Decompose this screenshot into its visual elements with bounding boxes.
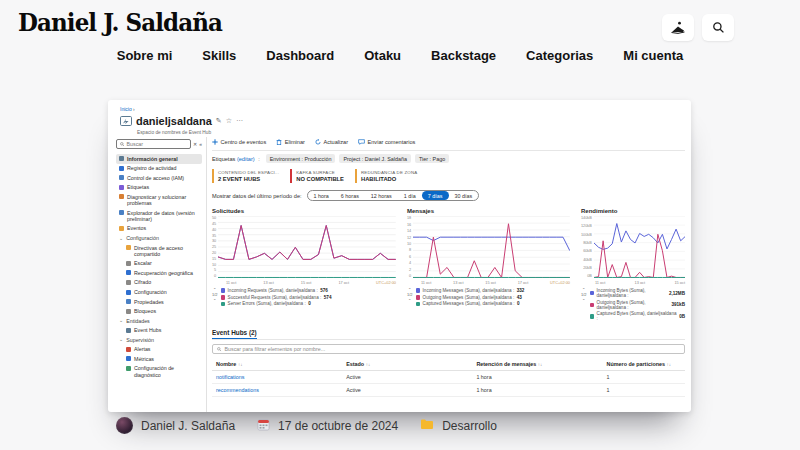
y-tick-label: 60kB (583, 249, 592, 253)
sidebar-item-diagnosticar-y-solucionar-problemas[interactable]: Diagnosticar y solucionar problemas (116, 192, 202, 208)
plot-area[interactable] (413, 216, 570, 278)
sidebar-item-propiedades[interactable]: Propiedades (116, 297, 202, 307)
collapse-icon[interactable]: « (199, 141, 202, 147)
legend-item[interactable]: Server Errors (Suma), danieljsaldana :0 (221, 301, 332, 306)
y-tick-label: 40 (212, 228, 216, 232)
sidebar-item-registro-de-actividad[interactable]: Registro de actividad (116, 164, 202, 174)
column-header-número-de-particiones[interactable]: Número de particiones↑↓ (607, 361, 681, 367)
toolbar-actualizar[interactable]: Actualizar (315, 139, 348, 145)
sidebar-item-explorador-de-datos-versión-preliminar-[interactable]: Explorador de datos (versión preliminar) (116, 208, 202, 224)
sidebar-item-información-general[interactable]: Información general (116, 154, 202, 164)
post-date: 17 de octubre de 2024 (278, 419, 398, 433)
site-logo[interactable]: Daniel J. Saldaña (18, 8, 222, 37)
event-hub-link[interactable]: recommendations (216, 387, 346, 393)
sidebar-item-recuperación-geográfica[interactable]: Recuperación geográfica (116, 268, 202, 278)
period-option-7-días[interactable]: 7 días (422, 191, 449, 200)
tag-pill[interactable]: Project : Daniel J. Saldaña (339, 154, 411, 163)
period-selector: 1 hora6 horas12 horas1 día7 días30 días (307, 190, 480, 201)
menu-item-icon (126, 347, 131, 352)
author-name[interactable]: Daniel J. Saldaña (141, 419, 235, 433)
sidebar-item-control-de-acceso-iam-[interactable]: Control de acceso (IAM) (116, 173, 202, 183)
period-option-30-días[interactable]: 30 días (449, 191, 479, 200)
sidebar-item-configuración-de-diagnóstico[interactable]: Configuración de diagnóstico (116, 364, 202, 380)
period-option-12-horas[interactable]: 12 horas (365, 191, 398, 200)
essentials-boxes: CONTENIDO DEL ESPACI...2 EVENT HUBSKAFKA… (212, 169, 685, 183)
legend-label: Incoming Requests (Suma), danieljsaldana… (228, 288, 318, 293)
period-option-6-horas[interactable]: 6 horas (335, 191, 365, 200)
favorite-star-icon[interactable]: ☆ (226, 117, 232, 125)
x-axis: 11 oct13 oct15 oct (581, 280, 685, 285)
search-icon[interactable] (702, 14, 734, 41)
chevron-down-icon[interactable]: ⌄ (408, 297, 411, 301)
column-header-estado[interactable]: Estado↑↓ (346, 361, 476, 367)
sort-icon[interactable]: ↑↓ (538, 362, 543, 367)
legend-pager[interactable]: ⌃1/2⌄ (407, 288, 413, 306)
table-filter-input[interactable]: Buscar para filtrar elementos por nombre… (212, 344, 685, 354)
sort-icon[interactable]: ↑↓ (666, 362, 671, 367)
toolbar-eliminar[interactable]: Eliminar (276, 139, 305, 145)
more-options-icon[interactable]: ⋯ (236, 117, 243, 125)
tag-pill[interactable]: Environment : Producción (266, 154, 336, 163)
tags-edit-link[interactable]: (editar) (237, 156, 255, 162)
sidebar-search-input[interactable]: Buscar (116, 139, 191, 149)
sidebar-item-cifrado[interactable]: Cifrado (116, 278, 202, 288)
legend-item[interactable]: Incoming Messages (Suma), danieljsaldana… (416, 288, 525, 293)
legend-item[interactable]: Outgoing Bytes (Suma), danieljsaldana :3… (590, 300, 685, 310)
nav-item-categorias[interactable]: Categorias (526, 48, 593, 63)
sidebar-item-alertas[interactable]: Alertas (116, 345, 202, 355)
sidebar-item-etiquetas[interactable]: Etiquetas (116, 183, 202, 193)
nav-item-skills[interactable]: Skills (202, 48, 236, 63)
chevron-down-icon[interactable]: ⌄ (582, 297, 585, 301)
legend-item[interactable]: Incoming Bytes (Suma), danieljsaldana :2… (590, 288, 685, 298)
breadcrumb[interactable]: Inicio › (120, 106, 135, 112)
sidebar-item-supervisión[interactable]: ⌄Supervisión (116, 335, 202, 345)
author-avatar[interactable] (116, 417, 133, 434)
legend-value: 43 (517, 295, 522, 300)
sidebar-item-bloqueos[interactable]: Bloqueos (116, 306, 202, 316)
period-option-1-día[interactable]: 1 día (398, 191, 422, 200)
nav-item-otaku[interactable]: Otaku (364, 48, 401, 63)
sort-icon[interactable]: ↑↓ (366, 362, 371, 367)
period-option-1-hora[interactable]: 1 hora (308, 191, 335, 200)
post-category[interactable]: Desarrollo (442, 419, 497, 433)
tab-event-hubs[interactable]: Event Hubs (2) (212, 329, 257, 339)
column-header-nombre[interactable]: Nombre↑↓ (216, 361, 346, 367)
nav-item-sobre-mi[interactable]: Sobre mi (117, 48, 173, 63)
sidebar-item-métricas[interactable]: Métricas (116, 354, 202, 364)
sidebar-item-directivas-de-acceso-compartido[interactable]: Directivas de acceso compartido (116, 243, 202, 259)
clear-icon[interactable]: ✕ (193, 141, 197, 147)
sidebar-item-entidades[interactable]: ⌄Entidades (116, 316, 202, 326)
legend-item[interactable]: Outgoing Messages (Suma), danieljsaldana… (416, 295, 525, 300)
legend-item[interactable]: Incoming Requests (Suma), danieljsaldana… (221, 288, 332, 293)
toolbar-enviar-comentarios[interactable]: Enviar comentarios (358, 139, 415, 145)
nav-item-backstage[interactable]: Backstage (431, 48, 496, 63)
legend-item[interactable]: Captured Messages (Suma), danieljsaldana… (416, 301, 525, 306)
legend-value: 332 (517, 288, 525, 293)
plus-icon (212, 139, 218, 145)
event-hub-link[interactable]: notifications (216, 374, 346, 380)
plot-area[interactable] (218, 216, 396, 278)
sidebar-item-label: Recuperación geográfica (134, 270, 193, 276)
edit-pencil-icon[interactable]: ✎ (216, 117, 222, 125)
plot-area[interactable] (594, 216, 685, 278)
sidebar-item-escalar[interactable]: Escalar (116, 259, 202, 269)
sidebar-item-eventos[interactable]: Eventos (116, 224, 202, 234)
legend-item[interactable]: Successful Requests (Suma), danieljsalda… (221, 295, 332, 300)
sidebar-item-label: Diagnosticar y solucionar problemas (127, 194, 199, 207)
legend-item[interactable]: Captured Bytes (Suma), danieljsaldana :0… (590, 311, 685, 321)
info-box-value: HABILITADO (361, 176, 418, 182)
legend-pager[interactable]: ⌃1/2⌄ (581, 288, 587, 321)
sidebar-item-configuración[interactable]: ⌄Configuración (116, 233, 202, 243)
sidebar-item-configuración[interactable]: Configuración (116, 287, 202, 297)
nav-item-dashboard[interactable]: Dashboard (266, 48, 334, 63)
menu-item-icon (126, 366, 131, 371)
legend-pager[interactable]: ⌃1/2⌄ (212, 288, 218, 306)
sidebar-item-event-hubs[interactable]: Event Hubs (116, 326, 202, 336)
chevron-down-icon[interactable]: ⌄ (213, 297, 216, 301)
tag-pill[interactable]: Tier : Pago (415, 154, 449, 163)
sort-icon[interactable]: ↑↓ (238, 362, 243, 367)
nav-item-mi-cuenta[interactable]: Mi cuenta (623, 48, 683, 63)
toolbar-centro-de-eventos[interactable]: Centro de eventos (212, 139, 266, 145)
skier-icon[interactable] (662, 14, 694, 41)
column-header-retención-de-mensajes[interactable]: Retención de mensajes↑↓ (476, 361, 606, 367)
